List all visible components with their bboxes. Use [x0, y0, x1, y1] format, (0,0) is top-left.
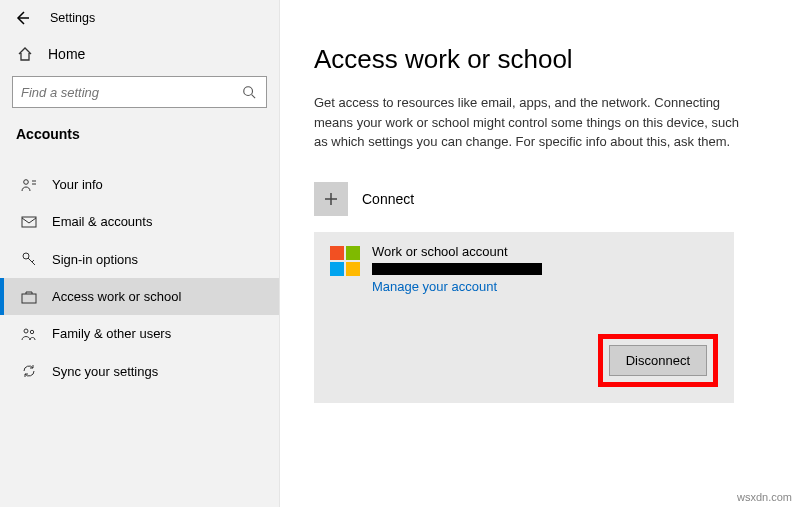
connect-button[interactable]: Connect	[314, 182, 760, 216]
sidebar: Settings Home Accounts Your info Email &…	[0, 0, 280, 507]
mail-icon	[20, 216, 38, 228]
search-box[interactable]	[12, 76, 267, 108]
svg-point-12	[30, 330, 33, 333]
back-button[interactable]	[12, 8, 32, 28]
card-footer: Disconnect	[330, 334, 718, 387]
svg-line-8	[28, 258, 35, 265]
search-icon	[242, 85, 258, 99]
redacted-email	[372, 263, 542, 275]
home-icon	[16, 46, 34, 62]
svg-line-9	[32, 260, 34, 262]
sidebar-item-label: Access work or school	[52, 289, 181, 304]
account-info: Work or school account Manage your accou…	[372, 244, 542, 294]
app-title: Settings	[50, 11, 95, 25]
sync-icon	[20, 363, 38, 379]
account-title: Work or school account	[372, 244, 542, 259]
arrow-left-icon	[14, 10, 30, 26]
sidebar-item-label: Family & other users	[52, 326, 171, 341]
sidebar-item-sync-settings[interactable]: Sync your settings	[0, 352, 279, 390]
sidebar-item-signin-options[interactable]: Sign-in options	[0, 240, 279, 278]
sidebar-item-access-work-school[interactable]: Access work or school	[0, 278, 279, 315]
main-content: Access work or school Get access to reso…	[280, 0, 800, 507]
svg-point-3	[24, 179, 29, 184]
account-header: Work or school account Manage your accou…	[330, 244, 718, 294]
manage-account-link[interactable]: Manage your account	[372, 279, 542, 294]
annotation-highlight: Disconnect	[598, 334, 718, 387]
svg-line-2	[252, 95, 256, 99]
disconnect-button[interactable]: Disconnect	[609, 345, 707, 376]
page-title: Access work or school	[314, 44, 760, 75]
account-card[interactable]: Work or school account Manage your accou…	[314, 232, 734, 403]
svg-point-11	[24, 329, 28, 333]
watermark: wsxdn.com	[737, 491, 792, 503]
key-icon	[20, 251, 38, 267]
header-row: Settings	[0, 0, 279, 34]
microsoft-logo-icon	[330, 246, 360, 276]
sidebar-item-email-accounts[interactable]: Email & accounts	[0, 203, 279, 240]
sidebar-item-label: Sign-in options	[52, 252, 138, 267]
sidebar-item-label: Email & accounts	[52, 214, 152, 229]
connect-label: Connect	[362, 191, 414, 207]
sidebar-item-your-info[interactable]: Your info	[0, 166, 279, 203]
nav-list: Your info Email & accounts Sign-in optio…	[0, 166, 279, 390]
people-icon	[20, 327, 38, 341]
home-label: Home	[48, 46, 85, 62]
sidebar-item-label: Sync your settings	[52, 364, 158, 379]
briefcase-icon	[20, 290, 38, 304]
svg-rect-6	[22, 217, 36, 227]
sidebar-item-label: Your info	[52, 177, 103, 192]
svg-rect-10	[22, 294, 36, 303]
search-input[interactable]	[21, 85, 242, 100]
home-button[interactable]: Home	[0, 34, 279, 72]
person-badge-icon	[20, 178, 38, 192]
svg-point-1	[244, 87, 253, 96]
page-description: Get access to resources like email, apps…	[314, 93, 744, 152]
sidebar-item-family-users[interactable]: Family & other users	[0, 315, 279, 352]
plus-icon	[314, 182, 348, 216]
section-title: Accounts	[0, 122, 279, 156]
